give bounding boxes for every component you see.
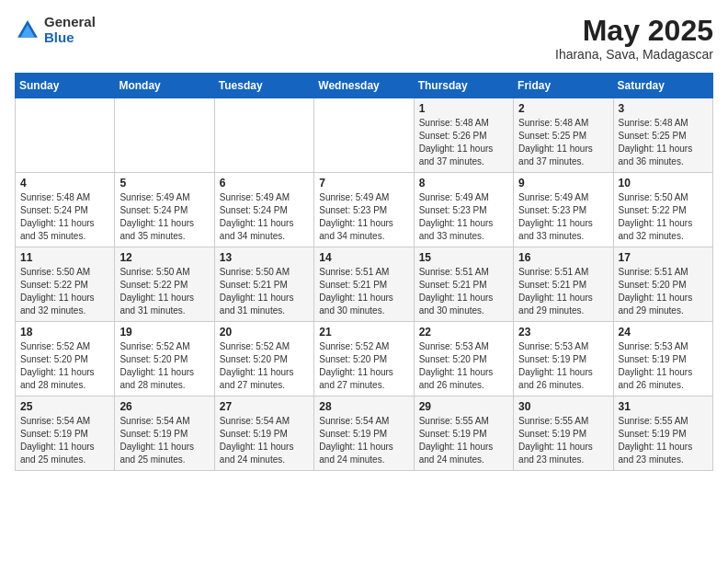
day-number: 24 bbox=[619, 326, 708, 339]
calendar-week-4: 18Sunrise: 5:52 AM Sunset: 5:20 PM Dayli… bbox=[16, 322, 713, 396]
day-info: Sunrise: 5:53 AM Sunset: 5:19 PM Dayligh… bbox=[518, 340, 608, 392]
day-number: 26 bbox=[119, 400, 209, 413]
page-header: General Blue May 2025 Iharana, Sava, Mad… bbox=[15, 15, 713, 62]
day-info: Sunrise: 5:54 AM Sunset: 5:19 PM Dayligh… bbox=[319, 415, 408, 466]
day-number: 12 bbox=[119, 251, 209, 264]
calendar-cell: 23Sunrise: 5:53 AM Sunset: 5:19 PM Dayli… bbox=[514, 322, 613, 396]
day-number: 1 bbox=[419, 102, 508, 115]
calendar-cell bbox=[16, 98, 115, 173]
calendar-cell: 13Sunrise: 5:50 AM Sunset: 5:21 PM Dayli… bbox=[214, 247, 313, 322]
day-number: 11 bbox=[20, 251, 109, 264]
day-info: Sunrise: 5:52 AM Sunset: 5:20 PM Dayligh… bbox=[220, 340, 309, 392]
day-info: Sunrise: 5:48 AM Sunset: 5:25 PM Dayligh… bbox=[619, 117, 708, 168]
day-info: Sunrise: 5:55 AM Sunset: 5:19 PM Dayligh… bbox=[419, 415, 508, 466]
day-number: 16 bbox=[518, 251, 608, 264]
day-number: 6 bbox=[220, 177, 309, 190]
title-block: May 2025 Iharana, Sava, Madagascar bbox=[555, 15, 713, 62]
day-info: Sunrise: 5:48 AM Sunset: 5:25 PM Dayligh… bbox=[518, 117, 608, 168]
calendar-week-1: 1Sunrise: 5:48 AM Sunset: 5:26 PM Daylig… bbox=[16, 98, 713, 173]
location-subtitle: Iharana, Sava, Madagascar bbox=[555, 47, 713, 62]
calendar-header: SundayMondayTuesdayWednesdayThursdayFrid… bbox=[16, 74, 713, 98]
header-day-monday: Monday bbox=[115, 74, 214, 98]
calendar-table: SundayMondayTuesdayWednesdayThursdayFrid… bbox=[15, 73, 713, 471]
day-info: Sunrise: 5:52 AM Sunset: 5:20 PM Dayligh… bbox=[319, 340, 408, 392]
header-day-sunday: Sunday bbox=[16, 74, 115, 98]
calendar-cell: 31Sunrise: 5:55 AM Sunset: 5:19 PM Dayli… bbox=[613, 396, 712, 471]
calendar-cell: 27Sunrise: 5:54 AM Sunset: 5:19 PM Dayli… bbox=[214, 396, 313, 471]
day-number: 25 bbox=[20, 400, 109, 413]
calendar-cell: 1Sunrise: 5:48 AM Sunset: 5:26 PM Daylig… bbox=[414, 98, 513, 173]
calendar-cell: 9Sunrise: 5:49 AM Sunset: 5:23 PM Daylig… bbox=[514, 173, 613, 247]
calendar-cell: 8Sunrise: 5:49 AM Sunset: 5:23 PM Daylig… bbox=[414, 173, 513, 247]
calendar-cell: 29Sunrise: 5:55 AM Sunset: 5:19 PM Dayli… bbox=[414, 396, 513, 471]
day-number: 3 bbox=[619, 102, 708, 115]
day-number: 2 bbox=[518, 102, 608, 115]
day-number: 14 bbox=[319, 251, 408, 264]
calendar-cell bbox=[214, 98, 313, 173]
day-info: Sunrise: 5:51 AM Sunset: 5:20 PM Dayligh… bbox=[619, 266, 708, 317]
day-info: Sunrise: 5:50 AM Sunset: 5:22 PM Dayligh… bbox=[20, 266, 109, 317]
day-info: Sunrise: 5:48 AM Sunset: 5:26 PM Dayligh… bbox=[419, 117, 508, 168]
day-info: Sunrise: 5:54 AM Sunset: 5:19 PM Dayligh… bbox=[220, 415, 309, 466]
day-number: 15 bbox=[419, 251, 508, 264]
logo: General Blue bbox=[15, 15, 96, 45]
logo-icon bbox=[15, 17, 40, 43]
day-info: Sunrise: 5:50 AM Sunset: 5:22 PM Dayligh… bbox=[119, 266, 209, 317]
header-day-tuesday: Tuesday bbox=[214, 74, 313, 98]
calendar-cell: 7Sunrise: 5:49 AM Sunset: 5:23 PM Daylig… bbox=[314, 173, 414, 247]
day-info: Sunrise: 5:55 AM Sunset: 5:19 PM Dayligh… bbox=[518, 415, 608, 466]
calendar-cell bbox=[314, 98, 414, 173]
logo-blue-text: Blue bbox=[44, 30, 96, 46]
day-info: Sunrise: 5:50 AM Sunset: 5:21 PM Dayligh… bbox=[220, 266, 309, 317]
calendar-cell: 6Sunrise: 5:49 AM Sunset: 5:24 PM Daylig… bbox=[214, 173, 313, 247]
day-info: Sunrise: 5:50 AM Sunset: 5:22 PM Dayligh… bbox=[619, 191, 708, 243]
day-number: 31 bbox=[619, 400, 708, 413]
logo-text: General Blue bbox=[44, 15, 96, 45]
day-number: 10 bbox=[619, 177, 708, 190]
header-row: SundayMondayTuesdayWednesdayThursdayFrid… bbox=[16, 74, 713, 98]
day-info: Sunrise: 5:49 AM Sunset: 5:23 PM Dayligh… bbox=[319, 191, 408, 243]
calendar-cell: 4Sunrise: 5:48 AM Sunset: 5:24 PM Daylig… bbox=[16, 173, 115, 247]
calendar-cell: 26Sunrise: 5:54 AM Sunset: 5:19 PM Dayli… bbox=[115, 396, 214, 471]
calendar-cell: 5Sunrise: 5:49 AM Sunset: 5:24 PM Daylig… bbox=[115, 173, 214, 247]
day-number: 9 bbox=[518, 177, 608, 190]
day-number: 5 bbox=[119, 177, 209, 190]
calendar-cell: 17Sunrise: 5:51 AM Sunset: 5:20 PM Dayli… bbox=[613, 247, 712, 322]
header-day-friday: Friday bbox=[514, 74, 613, 98]
month-year-title: May 2025 bbox=[555, 15, 713, 47]
day-number: 17 bbox=[619, 251, 708, 264]
day-info: Sunrise: 5:55 AM Sunset: 5:19 PM Dayligh… bbox=[619, 415, 708, 466]
day-info: Sunrise: 5:52 AM Sunset: 5:20 PM Dayligh… bbox=[20, 340, 109, 392]
day-number: 7 bbox=[319, 177, 408, 190]
day-info: Sunrise: 5:51 AM Sunset: 5:21 PM Dayligh… bbox=[319, 266, 408, 317]
day-info: Sunrise: 5:54 AM Sunset: 5:19 PM Dayligh… bbox=[119, 415, 209, 466]
calendar-week-3: 11Sunrise: 5:50 AM Sunset: 5:22 PM Dayli… bbox=[16, 247, 713, 322]
calendar-cell: 19Sunrise: 5:52 AM Sunset: 5:20 PM Dayli… bbox=[115, 322, 214, 396]
calendar-cell: 10Sunrise: 5:50 AM Sunset: 5:22 PM Dayli… bbox=[613, 173, 712, 247]
calendar-cell: 16Sunrise: 5:51 AM Sunset: 5:21 PM Dayli… bbox=[514, 247, 613, 322]
day-info: Sunrise: 5:48 AM Sunset: 5:24 PM Dayligh… bbox=[20, 191, 109, 243]
calendar-cell bbox=[115, 98, 214, 173]
day-number: 19 bbox=[119, 326, 209, 339]
day-info: Sunrise: 5:51 AM Sunset: 5:21 PM Dayligh… bbox=[518, 266, 608, 317]
calendar-cell: 24Sunrise: 5:53 AM Sunset: 5:19 PM Dayli… bbox=[613, 322, 712, 396]
day-info: Sunrise: 5:52 AM Sunset: 5:20 PM Dayligh… bbox=[119, 340, 209, 392]
day-number: 27 bbox=[220, 400, 309, 413]
calendar-cell: 12Sunrise: 5:50 AM Sunset: 5:22 PM Dayli… bbox=[115, 247, 214, 322]
calendar-cell: 11Sunrise: 5:50 AM Sunset: 5:22 PM Dayli… bbox=[16, 247, 115, 322]
day-number: 4 bbox=[20, 177, 109, 190]
day-info: Sunrise: 5:51 AM Sunset: 5:21 PM Dayligh… bbox=[419, 266, 508, 317]
calendar-cell: 25Sunrise: 5:54 AM Sunset: 5:19 PM Dayli… bbox=[16, 396, 115, 471]
calendar-cell: 28Sunrise: 5:54 AM Sunset: 5:19 PM Dayli… bbox=[314, 396, 414, 471]
day-number: 18 bbox=[20, 326, 109, 339]
day-info: Sunrise: 5:49 AM Sunset: 5:24 PM Dayligh… bbox=[119, 191, 209, 243]
day-info: Sunrise: 5:53 AM Sunset: 5:20 PM Dayligh… bbox=[419, 340, 508, 392]
calendar-cell: 14Sunrise: 5:51 AM Sunset: 5:21 PM Dayli… bbox=[314, 247, 414, 322]
logo-general-text: General bbox=[44, 15, 96, 30]
calendar-cell: 21Sunrise: 5:52 AM Sunset: 5:20 PM Dayli… bbox=[314, 322, 414, 396]
day-number: 8 bbox=[419, 177, 508, 190]
calendar-cell: 30Sunrise: 5:55 AM Sunset: 5:19 PM Dayli… bbox=[514, 396, 613, 471]
day-number: 23 bbox=[518, 326, 608, 339]
calendar-cell: 3Sunrise: 5:48 AM Sunset: 5:25 PM Daylig… bbox=[613, 98, 712, 173]
day-number: 20 bbox=[220, 326, 309, 339]
